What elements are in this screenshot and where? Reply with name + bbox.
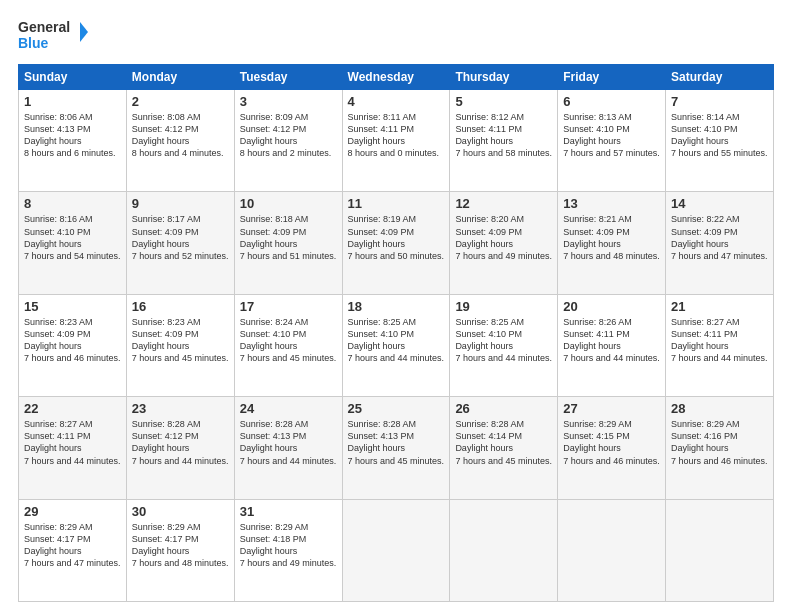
week-row-1: 1Sunrise: 8:06 AMSunset: 4:13 PMDaylight… [19,90,774,192]
day-cell: 19Sunrise: 8:25 AMSunset: 4:10 PMDayligh… [450,294,558,396]
day-cell: 21Sunrise: 8:27 AMSunset: 4:11 PMDayligh… [666,294,774,396]
day-info: Sunrise: 8:18 AMSunset: 4:09 PMDaylight … [240,213,337,262]
day-info: Sunrise: 8:23 AMSunset: 4:09 PMDaylight … [24,316,121,365]
day-cell: 24Sunrise: 8:28 AMSunset: 4:13 PMDayligh… [234,397,342,499]
day-cell: 6Sunrise: 8:13 AMSunset: 4:10 PMDaylight… [558,90,666,192]
day-number: 24 [240,401,337,416]
week-row-2: 8Sunrise: 8:16 AMSunset: 4:10 PMDaylight… [19,192,774,294]
day-cell [666,499,774,601]
day-info: Sunrise: 8:20 AMSunset: 4:09 PMDaylight … [455,213,552,262]
day-number: 14 [671,196,768,211]
day-number: 21 [671,299,768,314]
week-row-4: 22Sunrise: 8:27 AMSunset: 4:11 PMDayligh… [19,397,774,499]
day-info: Sunrise: 8:13 AMSunset: 4:10 PMDaylight … [563,111,660,160]
day-cell: 20Sunrise: 8:26 AMSunset: 4:11 PMDayligh… [558,294,666,396]
day-cell [342,499,450,601]
day-number: 2 [132,94,229,109]
day-number: 26 [455,401,552,416]
day-number: 18 [348,299,445,314]
day-number: 3 [240,94,337,109]
day-info: Sunrise: 8:17 AMSunset: 4:09 PMDaylight … [132,213,229,262]
day-number: 13 [563,196,660,211]
day-number: 16 [132,299,229,314]
day-info: Sunrise: 8:29 AMSunset: 4:15 PMDaylight … [563,418,660,467]
day-cell: 4Sunrise: 8:11 AMSunset: 4:11 PMDaylight… [342,90,450,192]
svg-text:Blue: Blue [18,35,49,51]
day-cell: 27Sunrise: 8:29 AMSunset: 4:15 PMDayligh… [558,397,666,499]
day-cell [450,499,558,601]
day-info: Sunrise: 8:27 AMSunset: 4:11 PMDaylight … [671,316,768,365]
day-number: 19 [455,299,552,314]
day-number: 22 [24,401,121,416]
day-number: 4 [348,94,445,109]
day-info: Sunrise: 8:21 AMSunset: 4:09 PMDaylight … [563,213,660,262]
logo-svg: General Blue [18,18,88,54]
day-cell: 3Sunrise: 8:09 AMSunset: 4:12 PMDaylight… [234,90,342,192]
day-info: Sunrise: 8:25 AMSunset: 4:10 PMDaylight … [455,316,552,365]
day-cell: 26Sunrise: 8:28 AMSunset: 4:14 PMDayligh… [450,397,558,499]
day-info: Sunrise: 8:14 AMSunset: 4:10 PMDaylight … [671,111,768,160]
day-info: Sunrise: 8:28 AMSunset: 4:13 PMDaylight … [240,418,337,467]
day-info: Sunrise: 8:27 AMSunset: 4:11 PMDaylight … [24,418,121,467]
header-day-monday: Monday [126,65,234,90]
day-info: Sunrise: 8:25 AMSunset: 4:10 PMDaylight … [348,316,445,365]
day-number: 30 [132,504,229,519]
day-number: 10 [240,196,337,211]
calendar-body: 1Sunrise: 8:06 AMSunset: 4:13 PMDaylight… [19,90,774,602]
day-info: Sunrise: 8:16 AMSunset: 4:10 PMDaylight … [24,213,121,262]
day-number: 1 [24,94,121,109]
day-number: 25 [348,401,445,416]
svg-marker-2 [80,22,88,42]
day-cell: 13Sunrise: 8:21 AMSunset: 4:09 PMDayligh… [558,192,666,294]
logo: General Blue [18,18,88,54]
day-info: Sunrise: 8:26 AMSunset: 4:11 PMDaylight … [563,316,660,365]
day-number: 8 [24,196,121,211]
header-day-wednesday: Wednesday [342,65,450,90]
day-info: Sunrise: 8:22 AMSunset: 4:09 PMDaylight … [671,213,768,262]
day-number: 7 [671,94,768,109]
day-cell: 12Sunrise: 8:20 AMSunset: 4:09 PMDayligh… [450,192,558,294]
day-info: Sunrise: 8:28 AMSunset: 4:14 PMDaylight … [455,418,552,467]
day-info: Sunrise: 8:29 AMSunset: 4:18 PMDaylight … [240,521,337,570]
header-day-friday: Friday [558,65,666,90]
day-cell: 18Sunrise: 8:25 AMSunset: 4:10 PMDayligh… [342,294,450,396]
header-day-saturday: Saturday [666,65,774,90]
day-cell: 17Sunrise: 8:24 AMSunset: 4:10 PMDayligh… [234,294,342,396]
day-cell: 22Sunrise: 8:27 AMSunset: 4:11 PMDayligh… [19,397,127,499]
week-row-3: 15Sunrise: 8:23 AMSunset: 4:09 PMDayligh… [19,294,774,396]
day-info: Sunrise: 8:19 AMSunset: 4:09 PMDaylight … [348,213,445,262]
day-cell: 5Sunrise: 8:12 AMSunset: 4:11 PMDaylight… [450,90,558,192]
day-cell: 29Sunrise: 8:29 AMSunset: 4:17 PMDayligh… [19,499,127,601]
day-number: 27 [563,401,660,416]
calendar-table: SundayMondayTuesdayWednesdayThursdayFrid… [18,64,774,602]
header-day-tuesday: Tuesday [234,65,342,90]
page: General Blue SundayMondayTuesdayWednesda… [0,0,792,612]
day-number: 5 [455,94,552,109]
day-cell: 2Sunrise: 8:08 AMSunset: 4:12 PMDaylight… [126,90,234,192]
day-cell: 1Sunrise: 8:06 AMSunset: 4:13 PMDaylight… [19,90,127,192]
day-number: 11 [348,196,445,211]
calendar-header: SundayMondayTuesdayWednesdayThursdayFrid… [19,65,774,90]
day-cell: 16Sunrise: 8:23 AMSunset: 4:09 PMDayligh… [126,294,234,396]
week-row-5: 29Sunrise: 8:29 AMSunset: 4:17 PMDayligh… [19,499,774,601]
day-cell: 25Sunrise: 8:28 AMSunset: 4:13 PMDayligh… [342,397,450,499]
day-cell: 31Sunrise: 8:29 AMSunset: 4:18 PMDayligh… [234,499,342,601]
day-number: 12 [455,196,552,211]
day-info: Sunrise: 8:06 AMSunset: 4:13 PMDaylight … [24,111,121,160]
day-cell: 10Sunrise: 8:18 AMSunset: 4:09 PMDayligh… [234,192,342,294]
day-cell: 23Sunrise: 8:28 AMSunset: 4:12 PMDayligh… [126,397,234,499]
day-cell: 11Sunrise: 8:19 AMSunset: 4:09 PMDayligh… [342,192,450,294]
day-info: Sunrise: 8:11 AMSunset: 4:11 PMDaylight … [348,111,445,160]
day-info: Sunrise: 8:23 AMSunset: 4:09 PMDaylight … [132,316,229,365]
day-cell: 30Sunrise: 8:29 AMSunset: 4:17 PMDayligh… [126,499,234,601]
day-number: 29 [24,504,121,519]
day-number: 17 [240,299,337,314]
svg-text:General: General [18,19,70,35]
header-row: SundayMondayTuesdayWednesdayThursdayFrid… [19,65,774,90]
day-info: Sunrise: 8:29 AMSunset: 4:17 PMDaylight … [132,521,229,570]
day-number: 28 [671,401,768,416]
day-number: 9 [132,196,229,211]
day-number: 31 [240,504,337,519]
day-info: Sunrise: 8:09 AMSunset: 4:12 PMDaylight … [240,111,337,160]
header-day-thursday: Thursday [450,65,558,90]
